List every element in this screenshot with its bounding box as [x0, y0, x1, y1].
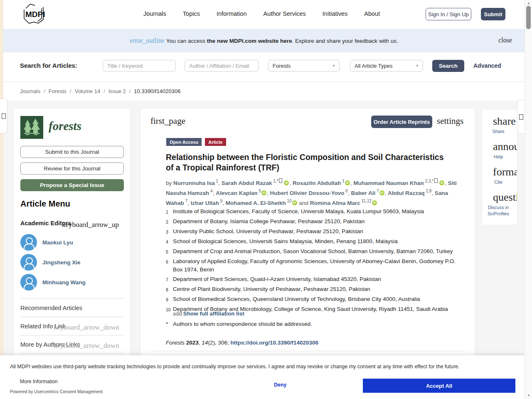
affiliation-row: 5Department of Crop and Animal Productio…	[166, 247, 457, 256]
advanced-search-link[interactable]: Advanced	[473, 62, 501, 69]
banner-text-suffix: . Explore and share your feedback with u…	[292, 38, 398, 44]
orcid-icon[interactable]: iD	[292, 200, 297, 205]
search-button[interactable]: Search	[432, 60, 464, 72]
keyboard-arrow-down-icon: keyboard_arrow_down	[54, 323, 119, 332]
scroll-down-arrow[interactable]: ▼	[525, 392, 532, 399]
share-icon[interactable]: share	[482, 115, 517, 128]
banner-text-prefix: You can access	[166, 38, 207, 44]
tool-help[interactable]: announcementHelp	[482, 140, 517, 160]
nav-item-topics[interactable]: Topics	[183, 10, 200, 17]
breadcrumb-link[interactable]: Journals	[20, 88, 40, 94]
page-scrollbar[interactable]: ▲ ▼	[525, 0, 532, 399]
affiliation-number: 4	[166, 237, 173, 246]
journal-name[interactable]: forests	[49, 119, 81, 133]
nav-item-journals[interactable]: Journals	[143, 10, 166, 17]
cookie-message: All MDPI websites use third-party websit…	[10, 364, 467, 369]
right-panel-collapse-handle[interactable]	[517, 100, 525, 134]
sign-in-button[interactable]: Sign In / Sign Up	[426, 8, 471, 20]
editor-row: Minhuang Wang	[20, 274, 86, 291]
settings-icon[interactable]: settings	[437, 116, 463, 126]
banner-link[interactable]: the new MDPI.com website here	[207, 38, 292, 44]
sidebar-item-recommended-articles[interactable]: Recommended Articles	[20, 305, 128, 311]
author-link[interactable]: Romina Alina Marc	[310, 200, 360, 206]
format-quote-icon[interactable]: format_quote	[482, 166, 517, 178]
author-link[interactable]: Sarah Abdul Razak	[222, 180, 272, 186]
title-keyword-input[interactable]	[103, 60, 176, 71]
breadcrumb-link[interactable]: Forests	[49, 88, 66, 94]
editor-name-link[interactable]: Maokui Lyu	[42, 239, 73, 246]
author-link[interactable]: Abdul Razzaq	[388, 190, 425, 196]
author-link[interactable]: Muhammad Nauman Khan	[353, 180, 424, 186]
author-link[interactable]: Alevcan Kaplan	[216, 190, 258, 196]
forests-journal-logo[interactable]	[20, 116, 43, 139]
breadcrumb-separator: /	[70, 88, 71, 94]
citation-line: Forests 2023, 14(2), 306; https://doi.or…	[166, 340, 318, 346]
mdpi-logo[interactable]: MDPI	[20, 3, 47, 25]
journal-select-value: Forests	[273, 63, 291, 69]
affiliation-list: 1Institute of Biological Sciences, Facul…	[166, 207, 457, 315]
author-separator: ,	[222, 200, 226, 206]
orcid-icon[interactable]: iD	[345, 180, 350, 185]
orcid-icon[interactable]: iD	[261, 190, 266, 195]
author-link[interactable]: Rosazlin Abdullah	[293, 180, 341, 186]
author-separator: ,	[267, 190, 270, 196]
email-icon[interactable]	[434, 178, 438, 183]
orcid-icon[interactable]: iD	[379, 190, 384, 195]
show-full-affiliation[interactable]: addShow full affiliation list	[173, 310, 244, 317]
citation-year: 2023	[186, 340, 199, 346]
tool-label[interactable]: Cite	[484, 179, 513, 185]
orcid-icon[interactable]: iD	[284, 180, 289, 185]
sidebar-item-related-info-link[interactable]: Related Info Linkkeyboard_arrow_down	[20, 323, 128, 330]
submit-to-journal-button[interactable]: Submit to this Journal	[20, 146, 124, 158]
orcid-icon[interactable]: iD	[439, 180, 444, 185]
divider	[20, 353, 124, 354]
editor-name-link[interactable]: Jingsheng Xie	[42, 259, 81, 266]
article-type-select[interactable]: All Article Types ▼	[350, 60, 423, 71]
author-link[interactable]: Mohamed A. El-Sheikh	[226, 200, 286, 206]
order-reprints-button[interactable]: Order Article Reprints	[371, 116, 432, 128]
academic-editors-header[interactable]: Academic Editors keyboard_arrow_up	[20, 219, 124, 227]
doi-link[interactable]: https://doi.org/10.3390/f14020306	[230, 340, 318, 346]
search-bar: Search for Articles: Forests ▼ All Artic…	[3, 52, 525, 82]
editor-name-link[interactable]: Minhuang Wang	[42, 279, 86, 286]
keyboard-arrow-down-icon: keyboard_arrow_down	[54, 342, 119, 350]
tool-share[interactable]: shareShare	[482, 115, 517, 135]
accept-all-button[interactable]: Accept All	[363, 379, 515, 393]
tool-label[interactable]: Share	[484, 128, 513, 135]
affiliation-text: Laboratory of Applied Ecology, Faculty o…	[173, 257, 457, 274]
powered-by-text: Powered by Usercentrics Consent Manageme…	[10, 389, 103, 394]
nav-item-about[interactable]: About	[364, 10, 380, 17]
nav-item-information[interactable]: Information	[217, 10, 247, 17]
first-page-icon[interactable]: first_page	[150, 116, 185, 126]
scrollbar-thumb[interactable]	[526, 6, 531, 29]
submit-button[interactable]: Submit	[481, 8, 505, 20]
sidebar-item-more-by-authors-links[interactable]: More by Authors Linkskeyboard_arrow_down	[20, 341, 128, 348]
author-affiliation-input[interactable]	[185, 60, 259, 71]
tool-label[interactable]: Discuss in SciProfiles	[484, 204, 513, 217]
correspondence-note: * Authors to whom correspondence should …	[166, 321, 312, 327]
announcement-icon[interactable]: announcement	[482, 140, 517, 153]
propose-special-issue-button[interactable]: Propose a Special Issue	[20, 179, 124, 191]
close-icon[interactable]: close	[498, 37, 512, 44]
author-link[interactable]: Nurrunnuha Isa	[173, 180, 215, 186]
nav-item-author-services[interactable]: Author Services	[263, 10, 305, 17]
question-answer-icon[interactable]: question_answer	[482, 191, 517, 204]
deny-button[interactable]: Deny	[274, 382, 287, 388]
journal-select[interactable]: Forests ▼	[268, 60, 340, 71]
review-for-journal-button[interactable]: Review for this Journal	[20, 163, 124, 175]
more-information-link[interactable]: More Information	[20, 379, 58, 384]
left-panel-collapse-handle[interactable]	[0, 99, 7, 133]
author-link[interactable]: Hubert Olivier Dossou-Yovo	[270, 190, 345, 196]
nav-item-initiatives[interactable]: Initiatives	[323, 10, 347, 17]
tool-label[interactable]: Help	[484, 154, 513, 160]
author-superscript: 4	[209, 189, 212, 193]
tool-discuss-in-sciprofiles[interactable]: question_answerDiscuss in SciProfiles	[482, 191, 517, 217]
email-icon[interactable]	[279, 178, 282, 183]
author-link[interactable]: Izhar Ullah	[191, 200, 219, 206]
author-link[interactable]: Baber Ali	[351, 190, 375, 196]
breadcrumb-link[interactable]: Volume 14	[75, 88, 100, 94]
tool-cite[interactable]: format_quoteCite	[482, 166, 517, 185]
orcid-icon[interactable]: iD	[372, 200, 377, 205]
person-avatar-icon	[20, 254, 37, 271]
breadcrumb-link[interactable]: Issue 2	[108, 88, 126, 94]
